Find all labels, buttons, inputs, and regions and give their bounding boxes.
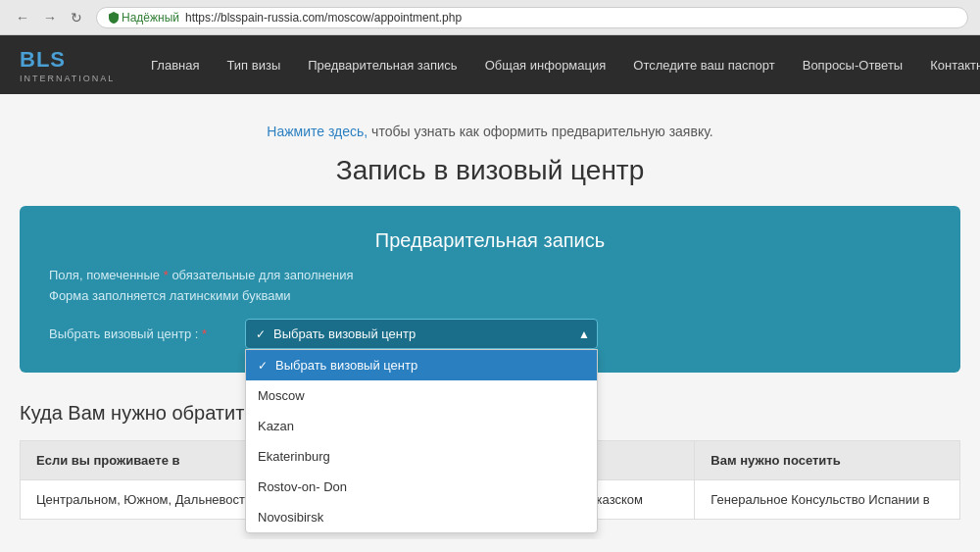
option-label: Novosibirsk (258, 510, 323, 525)
nav-home[interactable]: Главная (137, 35, 213, 94)
browser-chrome: ← → ↻ Надёжный https://blsspain-russia.c… (0, 0, 980, 35)
form-title: Предварительная запись (49, 229, 931, 252)
select-center-row: Выбрать визовый центр : * ✓ Выбрать визо… (49, 319, 931, 349)
visa-center-dropdown-wrapper: ✓ Выбрать визовый центр ▲ ✓ Выбрать визо… (245, 319, 598, 349)
option-label: Rostov-on- Don (258, 479, 347, 494)
option-check-icon: ✓ (258, 359, 268, 373)
option-label: Kazan (258, 419, 294, 433)
nav-appointment[interactable]: Предварительная запись (294, 35, 470, 94)
visa-center-dropdown[interactable]: ✓ Выбрать визовый центр (245, 319, 598, 349)
dropdown-option-moscow[interactable]: Moscow (246, 380, 597, 411)
browser-controls: ← → ↻ (12, 8, 86, 27)
option-label: Выбрать визовый центр (275, 358, 417, 373)
form-card: Предварительная запись Поля, помеченные … (20, 206, 960, 373)
logo: BLS (20, 47, 115, 73)
note1-suffix: обязательные для заполнения (169, 268, 354, 282)
nav-faq[interactable]: Вопросы-Ответы (789, 35, 917, 94)
dropdown-selected-text: Выбрать визовый центр (273, 326, 416, 341)
select-center-label: Выбрать визовый центр : * (49, 326, 245, 341)
click-here-link[interactable]: Нажмите здесь, (267, 124, 368, 139)
back-button[interactable]: ← (12, 8, 33, 27)
note1-prefix: Поля, помеченные (49, 268, 164, 282)
secure-badge: Надёжный (109, 11, 179, 25)
secure-label: Надёжный (122, 11, 179, 25)
dropdown-option-ekaterinburg[interactable]: Ekaterinburg (246, 441, 597, 472)
dropdown-option-kazan[interactable]: Kazan (246, 411, 597, 441)
selected-check-icon: ✓ (256, 327, 266, 341)
dropdown-option-novosibirsk[interactable]: Novosibirsk (246, 502, 597, 532)
nav-links: Главная Тип визы Предварительная запись … (137, 35, 980, 94)
dropdown-list: ✓ Выбрать визовый центр Moscow Kazan Eka… (245, 349, 598, 533)
nav-contacts[interactable]: Контактная информация (916, 35, 980, 94)
select-required-star: * (202, 326, 207, 341)
form-note-1: Поля, помеченные * обязательные для запо… (49, 268, 931, 282)
table-cell-consulate: Генеральное Консульство Испании в (695, 480, 960, 520)
table-col2-header: Вам нужно посетить (695, 441, 960, 480)
nav-track-passport[interactable]: Отследите ваш паспорт (619, 35, 788, 94)
dropdown-option-rostov[interactable]: Rostov-on- Don (246, 472, 597, 502)
label-text: Выбрать визовый центр : (49, 326, 198, 341)
navigation-bar: BLS INTERNATIONAL Главная Тип визы Предв… (0, 35, 980, 94)
option-label: Ekaterinburg (258, 449, 330, 464)
dropdown-option-placeholder[interactable]: ✓ Выбрать визовый центр (246, 350, 597, 380)
main-content: Нажмите здесь, чтобы узнать как оформить… (0, 94, 980, 539)
click-here-suffix: чтобы узнать как оформить предварительну… (368, 124, 712, 139)
logo-subtitle: INTERNATIONAL (20, 74, 115, 83)
nav-visa-type[interactable]: Тип визы (213, 35, 294, 94)
address-bar[interactable]: Надёжный https://blsspain-russia.com/mos… (96, 7, 968, 28)
option-label: Moscow (258, 388, 305, 403)
url-text: https://blsspain-russia.com/moscow/appoi… (185, 11, 462, 25)
form-note-2: Форма заполняется латинскими буквами (49, 288, 931, 303)
refresh-button[interactable]: ↻ (67, 8, 86, 27)
logo-area: BLS INTERNATIONAL (0, 35, 137, 94)
click-here-notice: Нажмите здесь, чтобы узнать как оформить… (20, 124, 960, 139)
logo-bls: BLS (20, 47, 66, 72)
forward-button[interactable]: → (39, 8, 61, 27)
page-title: Запись в визовый центр (20, 155, 960, 186)
nav-general-info[interactable]: Общая информация (471, 35, 620, 94)
